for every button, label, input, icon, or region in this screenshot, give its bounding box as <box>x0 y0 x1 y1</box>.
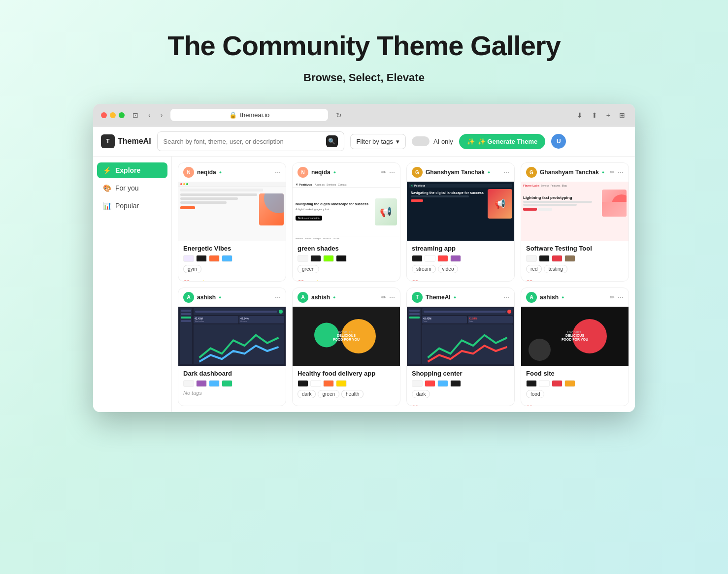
card-header: A ashish ● ⋯ <box>178 288 286 307</box>
search-bar[interactable]: 🔍 <box>157 131 344 151</box>
theme-card-food-site[interactable]: A ashish ● ✏ ⋯ <box>521 287 629 407</box>
likes: ❤️ 22 <box>412 280 427 282</box>
tags: green <box>298 265 395 273</box>
share-button[interactable]: ⬆ <box>590 110 599 120</box>
pencil-icon[interactable]: ✏ <box>610 294 615 301</box>
user-avatar[interactable]: U <box>551 134 566 149</box>
author-name: neqida <box>311 169 331 176</box>
tag[interactable]: stream <box>412 265 436 273</box>
tag[interactable]: green <box>298 265 319 273</box>
more-icon[interactable]: ⋯ <box>618 169 624 176</box>
swatch <box>425 380 435 387</box>
theme-card-shopping-center[interactable]: T ThemeAI ● ⋯ <box>406 287 515 407</box>
preview-stat-lbl: Rate <box>469 320 512 322</box>
new-tab-button[interactable]: + <box>604 110 612 120</box>
preview-stat: 42.43M Total <box>422 316 467 323</box>
tag[interactable]: health <box>341 390 364 398</box>
more-icon[interactable]: ⋯ <box>389 294 395 301</box>
address-bar[interactable]: 🔒 themeai.io <box>170 109 328 121</box>
preview-stats: 42.43M Total 41.54% Rate <box>422 316 513 323</box>
ai-only-toggle[interactable] <box>412 136 430 146</box>
preview-text <box>180 193 257 238</box>
author-info: N neqida ● <box>298 167 336 178</box>
preview-stat: 42.34% Growth <box>239 316 284 323</box>
card-info: Healthy food delivery app dark green hea… <box>293 366 400 405</box>
swatch <box>564 380 575 387</box>
card-preview: ✕ Positivus About us Services Contact Na… <box>293 182 400 241</box>
swatch <box>526 380 537 387</box>
page-subtitle: Browse, Select, Elevate <box>303 71 425 84</box>
card-footer: ❤️ 9 in 3 hours <box>407 405 514 407</box>
swatch <box>310 255 321 262</box>
download-button[interactable]: ⬇ <box>575 110 585 120</box>
card-preview: FOODIES. DELICIOUSFOOD FOR YOU <box>293 307 400 366</box>
tag[interactable]: video <box>438 265 459 273</box>
more-icon[interactable]: ⋯ <box>503 169 509 176</box>
theme-card-healthy-food-delivery[interactable]: A ashish ● ✏ ⋯ <box>292 287 400 407</box>
tag[interactable]: red <box>526 265 542 273</box>
pencil-icon[interactable]: ✏ <box>381 294 386 301</box>
tag[interactable]: dark <box>298 390 316 398</box>
heart-icon: ❤️ <box>526 405 533 407</box>
preview-positiv: ✕ Positivus About us Services Contact Na… <box>293 182 400 241</box>
generate-icon: ✨ <box>467 138 475 145</box>
card-info: Food site food <box>521 366 629 405</box>
color-swatches <box>526 255 624 262</box>
reload-button[interactable]: ↻ <box>334 110 344 120</box>
logo-area: T ThemeAI <box>101 134 151 148</box>
tag[interactable]: green <box>318 390 339 398</box>
sidebar-item-popular[interactable]: 📊 Popular <box>97 198 167 214</box>
more-icon[interactable]: ⋯ <box>503 294 509 301</box>
search-button[interactable]: 🔍 <box>326 135 338 147</box>
tag[interactable]: testing <box>544 265 567 273</box>
preview-text: Navigating the digital landscape for suc… <box>296 202 372 222</box>
card-info: Energetic Vibes gym <box>178 241 286 280</box>
minimize-button[interactable] <box>110 112 116 118</box>
generate-theme-button[interactable]: ✨ ✨ Generate Theme <box>459 134 546 149</box>
swatch <box>183 255 194 262</box>
verified-icon: ● <box>219 170 222 175</box>
tab-overview-button[interactable]: ⊞ <box>617 110 627 120</box>
back-button[interactable]: ‹ <box>146 110 153 120</box>
pencil-icon[interactable]: ✏ <box>610 169 615 176</box>
explore-icon: ⚡ <box>103 166 111 174</box>
author-name: ashish <box>540 294 559 301</box>
more-icon[interactable]: ⋯ <box>275 169 281 176</box>
pencil-icon[interactable]: ✏ <box>381 169 386 176</box>
theme-card-software-testing-tool[interactable]: G Ghanshyam Tanchak ● ✏ ⋯ Flame Labs <box>521 162 629 282</box>
more-icon[interactable]: ⋯ <box>389 169 395 176</box>
card-actions: ✏ ⋯ <box>381 294 395 301</box>
search-input[interactable] <box>164 138 322 145</box>
tag[interactable]: dark <box>412 390 430 398</box>
swatch <box>183 380 194 387</box>
theme-card-dark-dashboard[interactable]: A ashish ● ⋯ <box>178 287 286 407</box>
sidebar-item-explore[interactable]: ⚡ Explore <box>97 162 167 178</box>
more-icon[interactable]: ⋯ <box>618 294 624 301</box>
heart-icon: ❤️ <box>526 280 533 282</box>
preview-shape <box>264 193 284 213</box>
filter-tags-button[interactable]: Filter by tags ▾ <box>350 134 406 149</box>
card-header: N neqida ● ✏ ⋯ <box>293 163 400 182</box>
preview-h1: Lightning fast prototyping <box>523 195 599 200</box>
theme-card-energetic-vibes[interactable]: N neqida ● ⋯ <box>178 162 286 282</box>
theme-name: green shades <box>298 245 395 252</box>
fullscreen-button[interactable] <box>119 112 125 118</box>
verified-icon: ● <box>488 170 490 175</box>
theme-card-green-shades[interactable]: N neqida ● ✏ ⋯ ✕ Positivus <box>292 162 400 282</box>
swatch <box>412 255 423 262</box>
close-button[interactable] <box>101 112 107 118</box>
sidebar-toggle-button[interactable]: ⊡ <box>131 110 140 120</box>
card-actions: ⋯ <box>275 169 281 176</box>
tag[interactable]: gym <box>183 265 201 273</box>
more-icon[interactable]: ⋯ <box>275 294 281 301</box>
forward-button[interactable]: › <box>159 110 165 120</box>
preview-nav: ✕ Positivus About us Services Contact <box>293 182 400 188</box>
card-info: Dark dashboard No tags <box>178 366 286 406</box>
theme-card-streaming-app[interactable]: G Ghanshyam Tanchak ● ⋯ ✕ Positivus <box>406 162 515 282</box>
traffic-lights <box>101 112 125 118</box>
preview-illus: 📢 <box>375 198 397 225</box>
tag[interactable]: food <box>526 390 544 398</box>
sidebar-item-for-you[interactable]: 🎨 For you <box>97 180 167 196</box>
url-text: themeai.io <box>240 111 269 119</box>
card-footer: ♡ 22 in 3 hours <box>178 406 286 407</box>
